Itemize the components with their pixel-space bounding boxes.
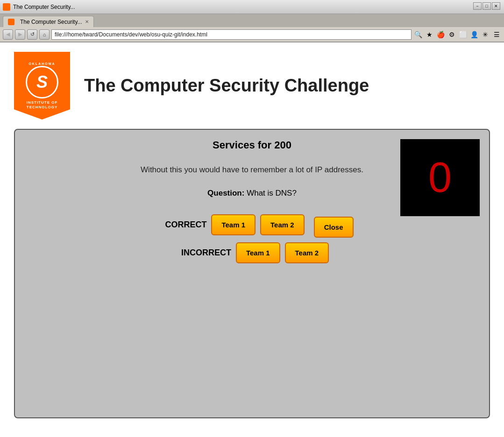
oklahoma-text: OKLAHOMA <box>28 62 55 65</box>
tab-label: The Computer Security... <box>20 19 82 25</box>
forward-button[interactable]: ▶ <box>15 29 25 40</box>
addon-icon[interactable]: ✳ <box>481 30 490 39</box>
favicon-icon <box>3 3 10 11</box>
bookmark-icon[interactable]: ★ <box>425 30 434 39</box>
osu-logo-text: OKLAHOMA S INSTITUTE OFTECHNOLOGY <box>26 62 58 109</box>
title-bar-text: The Computer Security... <box>13 4 501 10</box>
title-bar: The Computer Security... − □ ✕ <box>0 0 504 14</box>
search-icon[interactable]: 🔍 <box>413 30 423 39</box>
refresh-button[interactable]: ↺ <box>27 29 37 40</box>
address-text: file:///home/tward/Documents/dev/web/osu… <box>55 31 207 38</box>
question-answer-text: What is DNS? <box>247 189 297 197</box>
active-tab[interactable]: The Computer Security... ✕ <box>3 16 94 27</box>
close-button[interactable]: Close <box>314 217 354 238</box>
score-value: 0 <box>428 154 452 202</box>
settings-icon[interactable]: ⚙ <box>447 30 456 39</box>
profile-icon[interactable]: 👤 <box>469 30 479 39</box>
incorrect-row: INCORRECT Team 1 Team 2 <box>175 242 329 263</box>
header: OKLAHOMA S INSTITUTE OFTECHNOLOGY The Co… <box>5 47 499 129</box>
osu-s: S <box>36 72 48 92</box>
tab-favicon <box>8 19 14 25</box>
question-label: Question: <box>207 189 244 197</box>
incorrect-label: INCORRECT <box>175 248 231 258</box>
tab-close-button[interactable]: ✕ <box>85 19 89 24</box>
correct-row: CORRECT Team 1 Team 2 Close <box>150 212 353 238</box>
page-content: OKLAHOMA S INSTITUTE OFTECHNOLOGY The Co… <box>0 42 504 437</box>
osu-circle: S <box>26 66 58 99</box>
window-controls: − □ ✕ <box>473 2 500 10</box>
home-button[interactable]: ⌂ <box>39 29 50 40</box>
address-bar[interactable]: file:///home/tward/Documents/dev/web/osu… <box>51 29 412 40</box>
tab-bar: The Computer Security... ✕ <box>0 14 504 27</box>
correct-team2-button[interactable]: Team 2 <box>260 214 305 235</box>
osu-logo: OKLAHOMA S INSTITUTE OFTECHNOLOGY <box>14 52 70 120</box>
back-button[interactable]: ◀ <box>3 29 13 40</box>
page-title: The Computer Security Challenge <box>84 76 369 96</box>
score-display: 0 <box>400 139 480 216</box>
correct-label: CORRECT <box>150 220 206 230</box>
maximize-button[interactable]: □ <box>483 2 491 10</box>
incorrect-team2-button[interactable]: Team 2 <box>285 242 329 263</box>
menu-icon[interactable]: ☰ <box>492 30 501 39</box>
extensions-icon[interactable]: 🍎 <box>436 30 445 39</box>
nav-bar: ◀ ▶ ↺ ⌂ file:///home/tward/Documents/dev… <box>0 27 504 42</box>
incorrect-team1-button[interactable]: Team 1 <box>236 242 280 263</box>
institute-text: INSTITUTE OFTECHNOLOGY <box>27 100 58 109</box>
answers-section: CORRECT Team 1 Team 2 Close INCORRECT Te… <box>24 212 480 263</box>
minimize-button[interactable]: − <box>473 2 482 10</box>
browser-chrome: The Computer Security... − □ ✕ The Compu… <box>0 0 504 42</box>
new-tab-icon[interactable]: ⬜ <box>458 30 468 39</box>
close-window-button[interactable]: ✕ <box>492 2 500 10</box>
quiz-panel: 0 Services for 200 Without this you woul… <box>14 129 490 418</box>
correct-team1-button[interactable]: Team 1 <box>211 214 256 235</box>
